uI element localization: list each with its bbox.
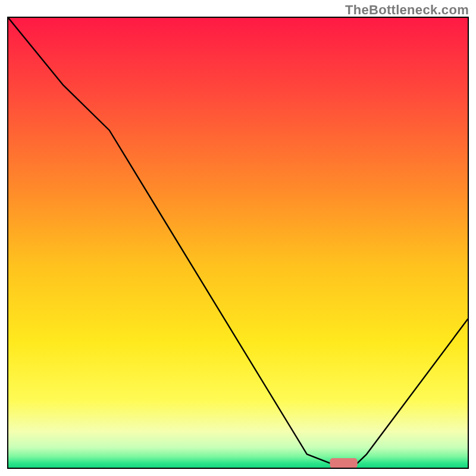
heat-background <box>8 18 468 468</box>
chart-svg <box>8 18 468 468</box>
chart-area <box>7 17 469 469</box>
watermark-text: TheBottleneck.com <box>345 2 469 18</box>
optimal-marker <box>330 458 357 468</box>
